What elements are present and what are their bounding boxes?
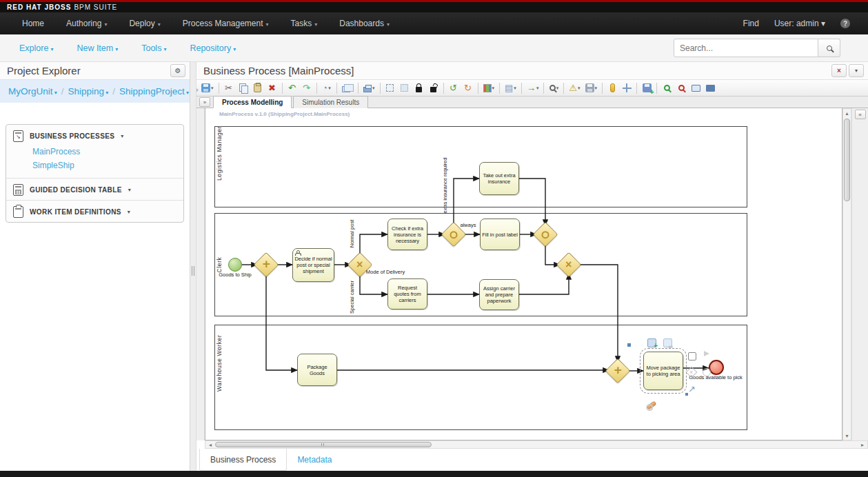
bottom-tab-business-process[interactable]: Business Process <box>199 449 287 471</box>
scroll-right-icon[interactable]: ▸ <box>858 441 867 448</box>
horizontal-scroll-thumb[interactable] <box>215 442 432 447</box>
panel-menu-icon[interactable]: ▾ <box>849 64 864 77</box>
edit-tools-button[interactable]: ▾ <box>547 81 561 95</box>
bpmn-task-request-quotes[interactable]: Request quotes from carriers <box>387 278 427 309</box>
zoom-out-icon <box>678 85 685 91</box>
find-link[interactable]: Find <box>743 19 759 28</box>
gear-icon[interactable]: ⚙ <box>170 64 185 77</box>
export-button[interactable]: →▾ <box>525 81 541 95</box>
paste-button[interactable] <box>251 81 265 95</box>
section-header-work-item-definitions[interactable]: WORK ITEM DEFINITIONS▾ <box>13 206 176 218</box>
import-button[interactable] <box>640 81 654 95</box>
collapse-east-icon[interactable]: « <box>855 110 866 119</box>
subnav-item-tools[interactable]: Tools▾ <box>141 43 166 53</box>
subnav-item-new-item[interactable]: New Item▾ <box>77 43 118 53</box>
flag-icon[interactable] <box>704 351 709 356</box>
nav-item-process-management[interactable]: Process Management▾ <box>173 16 279 31</box>
nav-item-tasks[interactable]: Tasks▾ <box>281 16 327 31</box>
breadcrumb-item-myorgunit[interactable]: MyOrgUnit ▾ <box>8 86 57 97</box>
bpmn-canvas[interactable]: MainProcess v.1.0 (ShippingProject.MainP… <box>205 108 842 440</box>
unlock-icon <box>430 87 436 92</box>
group-button[interactable]: ↺ <box>447 81 461 95</box>
properties-button[interactable]: ▤▾ <box>503 81 518 95</box>
asset-link-simpleship[interactable]: SimpleShip <box>32 159 176 172</box>
select-all-button[interactable] <box>398 81 412 95</box>
horizontal-scrollbar[interactable]: ◂ ▸ <box>205 440 868 449</box>
lock-button[interactable] <box>412 81 426 95</box>
nav-item-home[interactable]: Home <box>12 16 54 31</box>
select-all-icon <box>401 84 408 92</box>
nav-item-authoring[interactable]: Authoring▾ <box>57 16 117 31</box>
cut-button[interactable]: ✂ <box>222 81 236 95</box>
delete-button[interactable]: ✖ <box>265 81 279 95</box>
redo-button[interactable]: ↷ <box>300 81 314 95</box>
work-item-icon <box>13 206 23 218</box>
bpmn-task-package-goods[interactable]: Package Goods <box>297 354 337 386</box>
save-button[interactable]: ▾ <box>199 81 216 95</box>
tab-process-modelling[interactable]: Process Modelling <box>213 96 292 108</box>
fit-screen-button[interactable] <box>703 81 717 95</box>
nav-item-dashboards[interactable]: Dashboards▾ <box>330 16 399 31</box>
help-icon[interactable]: ? <box>840 19 850 28</box>
section-header-business-processes[interactable]: BUSINESS PROCESSES▾ <box>13 130 176 142</box>
section-business-processes: BUSINESS PROCESSES▾MainProcessSimpleShip <box>6 125 183 178</box>
undo-button[interactable]: ↶ <box>285 81 299 95</box>
unlock-button[interactable] <box>427 81 441 95</box>
scroll-down-icon[interactable]: ▾ <box>843 432 851 440</box>
ungroup-button[interactable]: ↻ <box>461 81 475 95</box>
bpmn-task-move-package[interactable]: Move package to picking area <box>643 352 683 390</box>
bpmn-task-take-out-insurance[interactable]: Take out extra insurance <box>479 162 519 195</box>
fit-screen-icon <box>706 85 715 92</box>
scroll-up-icon[interactable]: ▴ <box>843 109 851 117</box>
pan-button[interactable] <box>620 81 634 95</box>
breadcrumb-item-shippingproject[interactable]: ShippingProject ▾ <box>119 86 189 97</box>
subnav-item-explore[interactable]: Explore▾ <box>19 43 53 53</box>
shape-repository-button[interactable]: ▾ <box>340 81 356 95</box>
share-button[interactable]: ▾ <box>361 81 377 95</box>
anchor-icon[interactable] <box>627 343 631 347</box>
asset-link-mainprocess[interactable]: MainProcess <box>32 145 176 159</box>
fit-width-button[interactable] <box>689 81 703 95</box>
lane-label: Warehouse Worker <box>216 364 223 392</box>
close-icon[interactable]: × <box>831 64 847 77</box>
editor-title: Business Process [MainProcess] <box>203 65 829 77</box>
scroll-left-icon[interactable]: ◂ <box>205 441 215 448</box>
select-shapes-button[interactable] <box>383 81 397 95</box>
zoom-in-button[interactable] <box>660 81 674 95</box>
bpmn-task-assign-carrier[interactable]: Assign carrier and prepare paperwork <box>479 279 519 310</box>
toolbar-separator <box>219 83 219 94</box>
breadcrumb-separator: / <box>112 86 115 97</box>
bpmn-task-decide[interactable]: Decide if normal post or special shipmen… <box>292 248 334 282</box>
event-ghost-icon[interactable] <box>703 368 711 376</box>
link-doc-icon[interactable] <box>663 338 672 347</box>
connector-arrow-icon[interactable]: ↗ <box>688 384 696 394</box>
save-layout-button[interactable]: ▾ <box>583 81 600 95</box>
zoom-out-button[interactable] <box>674 81 688 95</box>
colors-button[interactable]: ▾ <box>481 81 497 95</box>
search-input[interactable] <box>674 39 818 57</box>
expand-west-icon[interactable]: » <box>199 97 210 107</box>
info-button[interactable] <box>605 81 619 95</box>
search-button[interactable] <box>818 39 840 57</box>
panel-splitter[interactable] <box>190 62 196 471</box>
user-menu[interactable]: User: admin ▾ <box>774 19 825 28</box>
task-morph-checkbox-icon[interactable] <box>688 352 696 361</box>
vertical-scrollbar[interactable]: ▴ ▾ <box>842 108 851 440</box>
section-header-guided-decision-table[interactable]: GUIDED DECISION TABLE▾ <box>13 184 176 196</box>
nav-item-deploy[interactable]: Deploy▾ <box>119 16 170 31</box>
search-icon <box>827 45 832 51</box>
bottom-tab-metadata[interactable]: Metadata <box>287 449 342 471</box>
tab-simulation-results[interactable]: Simulation Results <box>293 96 368 108</box>
breadcrumb-item-shipping[interactable]: Shipping ▾ <box>68 86 109 97</box>
bpmn-task-check-insurance[interactable]: Check if extra insurance is necessary <box>387 219 427 250</box>
validate-button[interactable]: ⚠▾ <box>567 81 582 95</box>
bpmn-start-goods-to-ship[interactable] <box>228 258 242 272</box>
bpmn-task-fill-post-label[interactable]: Fill in post label <box>480 219 520 250</box>
bpmn-end-goods-available[interactable] <box>709 360 724 375</box>
vertical-scroll-thumb[interactable] <box>844 119 850 201</box>
pan-icon <box>623 83 632 92</box>
subnav-item-repository[interactable]: Repository▾ <box>190 43 236 53</box>
add-doc-icon[interactable] <box>647 338 656 347</box>
copy-button[interactable] <box>236 81 250 95</box>
history-button[interactable]: ◔▾ <box>320 81 334 95</box>
